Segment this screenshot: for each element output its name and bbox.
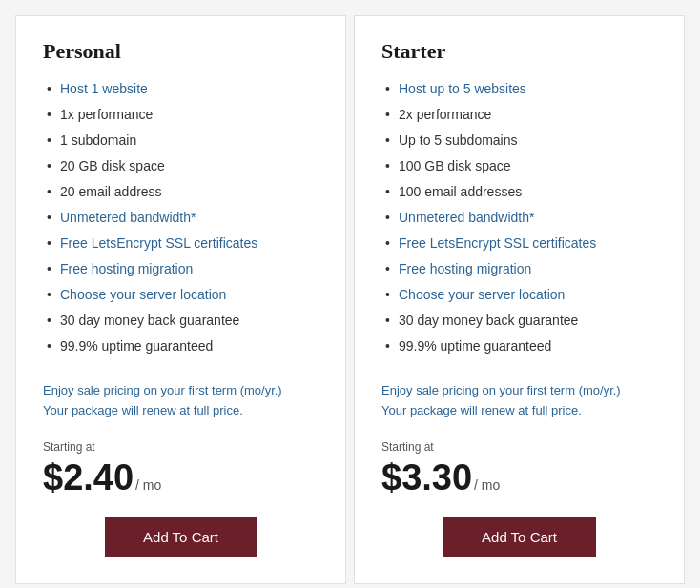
feature-list-personal: Host 1 website1x performance1 subdomain2… bbox=[43, 79, 319, 362]
feature-item-starter-8: Choose your server location bbox=[381, 285, 657, 305]
feature-item-starter-9: 30 day money back guarantee bbox=[381, 311, 657, 331]
feature-item-personal-3: 20 GB disk space bbox=[43, 156, 319, 176]
feature-item-personal-8: Choose your server location bbox=[43, 285, 319, 305]
starting-at-starter: Starting at bbox=[381, 440, 657, 454]
pricing-section-personal: Starting at$2.40/ mo bbox=[43, 440, 319, 498]
plans-container: PersonalHost 1 website1x performance1 su… bbox=[0, 0, 700, 588]
price-row-starter: $3.30/ mo bbox=[381, 457, 657, 498]
feature-item-starter-5: Unmetered bandwidth* bbox=[381, 208, 657, 228]
sale-note-personal: Enjoy sale pricing on your first term (m… bbox=[43, 381, 319, 421]
feature-item-personal-7: Free hosting migration bbox=[43, 259, 319, 279]
feature-link-starter-0[interactable]: Host up to 5 websites bbox=[399, 81, 526, 96]
feature-list-starter: Host up to 5 websites2x performanceUp to… bbox=[381, 79, 657, 362]
price-per-mo-starter: / mo bbox=[474, 477, 500, 493]
feature-link-starter-5[interactable]: Unmetered bandwidth* bbox=[399, 210, 534, 225]
plan-title-personal: Personal bbox=[43, 39, 319, 64]
feature-link-personal-7[interactable]: Free hosting migration bbox=[60, 261, 193, 276]
feature-link-personal-6[interactable]: Free LetsEncrypt SSL certificates bbox=[60, 235, 257, 251]
plan-title-starter: Starter bbox=[381, 39, 657, 64]
feature-link-starter-7[interactable]: Free hosting migration bbox=[399, 261, 531, 276]
feature-item-starter-7: Free hosting migration bbox=[381, 259, 657, 279]
feature-item-starter-4: 100 email addresses bbox=[381, 182, 657, 202]
feature-item-personal-2: 1 subdomain bbox=[43, 131, 319, 151]
feature-item-personal-9: 30 day money back guarantee bbox=[43, 311, 319, 331]
feature-item-starter-10: 99.9% uptime guaranteed bbox=[381, 336, 657, 356]
feature-item-starter-2: Up to 5 subdomains bbox=[381, 131, 657, 151]
feature-item-starter-0: Host up to 5 websites bbox=[381, 79, 657, 99]
feature-item-starter-3: 100 GB disk space bbox=[381, 156, 657, 176]
price-amount-starter: $3.30 bbox=[381, 457, 472, 498]
feature-link-personal-5[interactable]: Unmetered bandwidth* bbox=[60, 210, 196, 225]
price-amount-personal: $2.40 bbox=[43, 457, 134, 498]
feature-item-personal-0: Host 1 website bbox=[43, 79, 319, 99]
price-row-personal: $2.40/ mo bbox=[43, 457, 319, 498]
pricing-section-starter: Starting at$3.30/ mo bbox=[381, 440, 657, 498]
price-per-mo-personal: / mo bbox=[135, 477, 161, 493]
feature-link-starter-8[interactable]: Choose your server location bbox=[399, 287, 565, 302]
feature-link-personal-0[interactable]: Host 1 website bbox=[60, 81, 148, 96]
feature-item-personal-1: 1x performance bbox=[43, 105, 319, 125]
starting-at-personal: Starting at bbox=[43, 440, 319, 454]
add-to-cart-button-personal[interactable]: Add To Cart bbox=[105, 517, 257, 557]
feature-item-personal-10: 99.9% uptime guaranteed bbox=[43, 336, 319, 356]
plan-card-personal: PersonalHost 1 website1x performance1 su… bbox=[15, 15, 346, 584]
feature-item-personal-4: 20 email address bbox=[43, 182, 319, 202]
feature-item-starter-1: 2x performance bbox=[381, 105, 657, 125]
feature-item-starter-6: Free LetsEncrypt SSL certificates bbox=[381, 233, 657, 253]
feature-item-personal-5: Unmetered bandwidth* bbox=[43, 208, 319, 228]
feature-item-personal-6: Free LetsEncrypt SSL certificates bbox=[43, 233, 319, 253]
sale-note-starter: Enjoy sale pricing on your first term (m… bbox=[381, 381, 657, 421]
feature-link-starter-6[interactable]: Free LetsEncrypt SSL certificates bbox=[399, 235, 596, 251]
plan-card-starter: StarterHost up to 5 websites2x performan… bbox=[354, 15, 685, 584]
feature-link-personal-8[interactable]: Choose your server location bbox=[60, 287, 226, 302]
add-to-cart-button-starter[interactable]: Add To Cart bbox=[443, 517, 596, 557]
